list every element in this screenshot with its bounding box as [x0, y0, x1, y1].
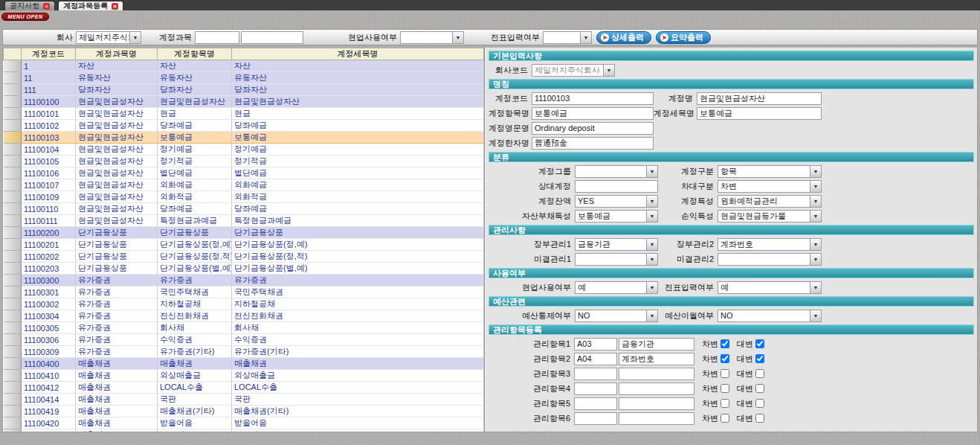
table-cell-item[interactable]: 단기금융상품(별,예) — [158, 263, 232, 275]
table-cell-name[interactable]: 단기금융상품 — [76, 251, 158, 263]
row-selector-cell[interactable] — [4, 322, 22, 334]
table-cell-detail[interactable]: 단기금융상품 — [232, 227, 484, 239]
table-cell-detail[interactable]: 단기금융상품(별,예) — [232, 263, 484, 275]
mgmt-item-name-input[interactable] — [619, 338, 694, 350]
table-cell-name[interactable]: 매출채권 — [76, 417, 158, 429]
credit-checkbox[interactable] — [755, 384, 764, 393]
table-cell-code[interactable]: 11100410 — [22, 370, 76, 382]
chevron-down-icon[interactable]: ▼ — [646, 196, 657, 207]
row-selector-cell[interactable] — [4, 334, 22, 346]
chevron-down-icon[interactable]: ▼ — [810, 239, 821, 250]
table-cell-code[interactable]: 11100420 — [22, 417, 76, 429]
close-icon[interactable]: × — [43, 3, 50, 10]
column-header-code[interactable]: 계정코드 — [22, 48, 76, 60]
row-selector-cell[interactable] — [4, 167, 22, 179]
table-cell-detail[interactable]: 유가증권(기타) — [232, 346, 484, 358]
table-cell-detail[interactable]: 자산 — [232, 60, 484, 72]
table-cell-item[interactable]: 특정현금과예금 — [158, 215, 232, 227]
table-cell-name[interactable]: 현금및현금성자산 — [76, 108, 158, 120]
row-selector-cell[interactable] — [4, 286, 22, 298]
row-selector-cell[interactable] — [4, 417, 22, 429]
table-cell-name[interactable]: 현금및현금성자산 — [76, 179, 158, 191]
table-cell-detail[interactable]: 매출채권(기타) — [232, 406, 484, 417]
table-cell-item[interactable]: 당좌자산 — [158, 84, 232, 96]
table-cell-item[interactable]: 단기금융상품 — [158, 227, 232, 239]
chevron-down-icon[interactable]: ▼ — [646, 254, 657, 265]
row-selector-cell[interactable] — [4, 60, 22, 72]
table-cell-code[interactable]: 11100111 — [22, 215, 76, 227]
table-cell-code[interactable]: 11100412 — [22, 382, 76, 394]
chevron-down-icon[interactable]: ▼ — [646, 211, 657, 222]
pending2-select[interactable]: ▼ — [718, 253, 822, 266]
debit-checkbox[interactable] — [721, 369, 729, 378]
table-row[interactable]: 11100306유가증권수익증권수익증권 — [4, 334, 484, 346]
table-row[interactable]: 11100419매출채권매출채권(기타)매출채권(기타) — [4, 406, 484, 417]
table-cell-detail[interactable]: 정기적금 — [232, 156, 484, 167]
table-cell-item[interactable]: LOCAL수출 — [158, 382, 232, 394]
chevron-down-icon[interactable]: ▼ — [452, 32, 463, 43]
table-row[interactable]: 11100109현금및현금성자산외화적금외화적금 — [4, 191, 484, 203]
table-row[interactable]: 11유동자산유동자산유동자산 — [4, 72, 484, 84]
row-selector-cell[interactable] — [4, 429, 22, 432]
table-cell-code[interactable]: 11100304 — [22, 310, 76, 322]
table-cell-code[interactable]: 11100301 — [22, 286, 76, 298]
row-selector-cell[interactable] — [4, 156, 22, 167]
table-cell-item[interactable]: 국판 — [158, 394, 232, 406]
table-cell-detail[interactable]: 할인어음 — [232, 429, 484, 432]
account-division-select[interactable]: 항목 ▼ — [718, 165, 822, 178]
table-cell-name[interactable]: 매출채권 — [76, 370, 158, 382]
row-selector-cell[interactable] — [4, 215, 22, 227]
table-cell-detail[interactable]: LOCAL수출 — [232, 382, 484, 394]
table-cell-code[interactable]: 11100107 — [22, 179, 76, 191]
row-selector-cell[interactable] — [4, 179, 22, 191]
chevron-down-icon[interactable]: ▼ — [580, 32, 591, 43]
field-usage-select[interactable]: 예 ▼ — [575, 281, 658, 294]
table-row[interactable]: 11100102현금및현금성자산당좌예금당좌예금 — [4, 120, 484, 132]
table-cell-item[interactable]: 별단예금 — [158, 167, 232, 179]
mgmt-item-code-input[interactable] — [574, 382, 617, 395]
table-cell-item[interactable]: 회사채 — [158, 322, 232, 334]
table-cell-detail[interactable]: 현금 — [232, 108, 484, 120]
row-selector-cell[interactable] — [4, 227, 22, 239]
table-row[interactable]: 11100400매출채권매출채권매출채권 — [4, 358, 484, 370]
table-cell-detail[interactable]: 수익증권 — [232, 334, 484, 346]
row-selector-cell[interactable] — [4, 72, 22, 84]
table-cell-code[interactable]: 111 — [22, 84, 76, 96]
table-cell-code[interactable]: 11100104 — [22, 144, 76, 156]
detail-print-button[interactable]: ➤ 상세출력 — [596, 31, 651, 44]
table-cell-detail[interactable]: 국판 — [232, 394, 484, 406]
column-header-item[interactable]: 계정항목명 — [158, 48, 232, 60]
table-row[interactable]: 11100309유가증권유가증권(기타)유가증권(기타) — [4, 346, 484, 358]
chevron-down-icon[interactable]: ▼ — [810, 310, 821, 321]
table-cell-detail[interactable]: 외화예금 — [232, 179, 484, 191]
company-code-select[interactable]: 제일저지주식회사 ▼ — [532, 64, 615, 77]
row-selector-cell[interactable] — [4, 310, 22, 322]
table-cell-item[interactable]: 전신전화채권 — [158, 310, 232, 322]
table-cell-detail[interactable]: 특정현금과예금 — [232, 215, 484, 227]
slip-filter-select[interactable]: ▼ — [543, 31, 592, 44]
profit-loss-select[interactable]: 현금및현금등가물 ▼ — [718, 210, 822, 222]
debit-checkbox[interactable] — [721, 399, 729, 408]
table-cell-item[interactable]: 매출채권(기타) — [158, 406, 232, 417]
menu-open-button[interactable]: MENU OPEN — [1, 13, 49, 21]
account-name-input[interactable] — [697, 92, 822, 105]
table-cell-name[interactable]: 매출채권 — [76, 406, 158, 417]
credit-checkbox[interactable] — [755, 414, 764, 423]
table-cell-item[interactable]: 당좌예금 — [158, 120, 232, 132]
table-cell-item[interactable]: 유동자산 — [158, 72, 232, 84]
table-row[interactable]: 11100412매출채권LOCAL수출LOCAL수출 — [4, 382, 484, 394]
row-selector-cell[interactable] — [4, 239, 22, 251]
table-cell-item[interactable]: 받을어음 — [158, 417, 232, 429]
table-cell-item[interactable]: 단기금융상품(정,예) — [158, 239, 232, 251]
table-cell-code[interactable]: 11100106 — [22, 167, 76, 179]
table-cell-item[interactable]: 유가증권(기타) — [158, 346, 232, 358]
table-row[interactable]: 11100111현금및현금성자산특정현금과예금특정현금과예금 — [4, 215, 484, 227]
row-selector-cell[interactable] — [4, 382, 22, 394]
mgmt-item-code-input[interactable] — [574, 338, 617, 350]
table-cell-code[interactable]: 11100201 — [22, 239, 76, 251]
detail-name-input[interactable] — [697, 107, 822, 120]
table-cell-code[interactable]: 11100101 — [22, 108, 76, 120]
table-cell-name[interactable]: 유가증권 — [76, 322, 158, 334]
row-selector-cell[interactable] — [4, 191, 22, 203]
table-cell-code[interactable]: 11100305 — [22, 322, 76, 334]
